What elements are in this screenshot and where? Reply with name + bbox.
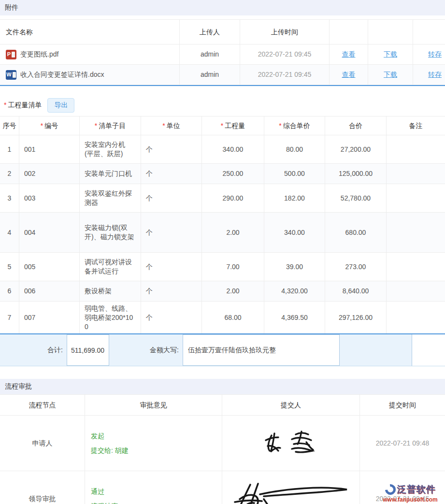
view-link[interactable]: 查看: [342, 50, 356, 59]
table-row: 1 001 安装室内分机 (平层、跃层) 个 340.00 80.00 27,2…: [0, 135, 445, 164]
qty: 250.00: [202, 164, 264, 184]
seq: 2: [0, 164, 19, 184]
totals-empty-cell: [340, 334, 412, 366]
attachments-title: 附件: [5, 3, 18, 12]
item: 敷设桥架: [80, 281, 141, 301]
item: 弱电管、线路、弱电桥架200*100: [80, 302, 141, 333]
unit: 个: [141, 184, 202, 212]
col-item: *清单子目: [80, 116, 141, 135]
opinion-line: 提交给: 胡建: [91, 446, 129, 455]
table-row: 申请人 发起 提交给: 胡建: [0, 416, 445, 471]
unit: 个: [141, 253, 202, 281]
boq-title: *工程量清单: [4, 101, 42, 110]
process-node: 领导审批: [0, 471, 85, 504]
col-qty: *工程量: [202, 116, 264, 135]
col-action-2: [368, 20, 413, 44]
remark: [387, 184, 445, 212]
remark: [387, 213, 445, 252]
col-submit-time: 提交时间: [360, 395, 445, 415]
table-row: 领导审批 通过 流程结束 2022-0: [0, 471, 445, 504]
unit-price: 182.00: [264, 184, 325, 212]
table-row: 4 004 安装磁力锁(双开)、磁力锁支架 个 2.00 340.00 680.…: [0, 213, 445, 253]
col-code: *编号: [19, 116, 80, 135]
table-row: 3 003 安装双鉴红外探测器 个 290.00 182.00 52,780.0…: [0, 184, 445, 213]
col-upload-time: 上传时间: [240, 20, 330, 44]
attachments-section-header: 附件: [0, 0, 445, 15]
col-process-node: 流程节点: [0, 395, 85, 415]
total: 52,780.00: [325, 184, 387, 212]
approval-opinion: 通过 流程结束: [85, 471, 222, 504]
file-name: 收入合同变更签证详情.docx: [20, 70, 104, 79]
approval-table: 流程节点 审批意见 提交人 提交时间 申请人 发起 提交给: 胡建: [0, 394, 445, 504]
unit-price: 340.00: [264, 213, 325, 252]
table-row: 7 007 弱电管、线路、弱电桥架200*100 个 68.00 4,369.5…: [0, 302, 445, 333]
total: 125,000.00: [325, 164, 387, 184]
export-button[interactable]: 导出: [47, 98, 74, 113]
transfer-link[interactable]: 转存: [428, 70, 442, 79]
total: 8,640.00: [325, 281, 387, 301]
word-letter: W: [6, 70, 11, 79]
transfer-link[interactable]: 转存: [428, 50, 442, 59]
attachments-header-row: 文件名称 上传人 上传时间: [0, 19, 445, 44]
approval-header-row: 流程节点 审批意见 提交人 提交时间: [0, 394, 445, 416]
contract-change-detail-page: 附件 文件名称 上传人 上传时间 P 变更图纸.pdf admin 2022-0…: [0, 0, 445, 504]
code: 005: [19, 253, 80, 281]
seq: 3: [0, 184, 19, 212]
submitter-signature: [222, 416, 360, 471]
col-seq: 序号: [0, 116, 19, 135]
qty: 2.00: [202, 281, 264, 301]
amount-words-value: 伍拾壹万壹仟陆佰玖拾玖元整: [183, 334, 340, 366]
remark: [387, 164, 445, 184]
col-action-1: [330, 20, 368, 44]
qty: 290.00: [202, 184, 264, 212]
pdf-file-icon: P: [6, 50, 16, 59]
table-row: 6 006 敷设桥架 个 2.00 4,320.00 8,640.00: [0, 281, 445, 302]
qty: 7.00: [202, 253, 264, 281]
code: 004: [19, 213, 80, 252]
item: 安装双鉴红外探测器: [80, 184, 141, 212]
remark: [387, 253, 445, 281]
unit-price: 39.00: [264, 253, 325, 281]
amount-words-label: 金额大写:: [109, 334, 183, 366]
code: 001: [19, 135, 80, 163]
code: 002: [19, 164, 80, 184]
opinion-line: 发起: [91, 432, 104, 441]
approval-opinion: 发起 提交给: 胡建: [85, 416, 222, 471]
total: 273.00: [325, 253, 387, 281]
approval-title: 流程审批: [5, 382, 32, 391]
col-unit: *单位: [141, 116, 202, 135]
boq-section-header: *工程量清单 导出: [0, 95, 445, 116]
view-link[interactable]: 查看: [342, 70, 356, 79]
code: 003: [19, 184, 80, 212]
signature-zhangxin-image: [262, 429, 320, 458]
total-label: 合计:: [0, 334, 67, 366]
col-submitter: 提交人: [222, 395, 360, 415]
code: 007: [19, 302, 80, 333]
col-action-3: [413, 20, 445, 44]
file-name-cell: W 收入合同变更签证详情.docx: [0, 65, 180, 85]
attachments-table: 文件名称 上传人 上传时间 P 变更图纸.pdf admin 2022-07-2…: [0, 19, 445, 85]
unit-price: 4,320.00: [264, 281, 325, 301]
boq-totals-row: 合计: 511,699.00 金额大写: 伍拾壹万壹仟陆佰玖拾玖元整: [0, 333, 445, 366]
qty: 2.00: [202, 213, 264, 252]
remark: [387, 302, 445, 333]
unit: 个: [141, 164, 202, 184]
seq: 6: [0, 281, 19, 301]
qty: 68.00: [202, 302, 264, 333]
table-row: 2 002 安装单元门口机 个 250.00 500.00 125,000.00: [0, 164, 445, 184]
table-row: W 收入合同变更签证详情.docx admin 2022-07-21 09:45…: [0, 65, 445, 85]
unit-price: 80.00: [264, 135, 325, 163]
unit: 个: [141, 135, 202, 163]
unit-price: 500.00: [264, 164, 325, 184]
col-uploader: 上传人: [180, 20, 240, 44]
file-name: 变更图纸.pdf: [20, 50, 58, 59]
unit: 个: [141, 213, 202, 252]
download-link[interactable]: 下载: [384, 70, 397, 79]
page-glyph: [13, 72, 16, 78]
download-link[interactable]: 下载: [384, 50, 397, 59]
uploader: admin: [180, 65, 240, 85]
item: 安装磁力锁(双开)、磁力锁支架: [80, 213, 141, 252]
item: 安装室内分机 (平层、跃层): [80, 135, 141, 163]
word-file-icon: W: [6, 70, 16, 80]
col-file-name: 文件名称: [0, 20, 180, 44]
